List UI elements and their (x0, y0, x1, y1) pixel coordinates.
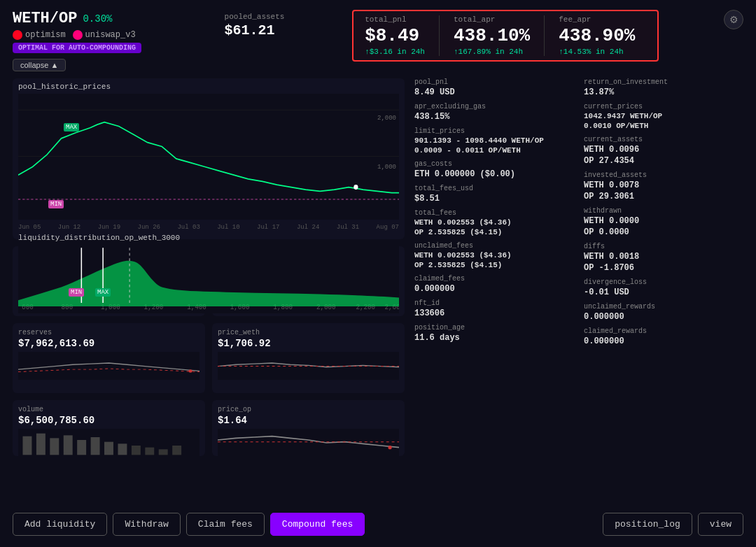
liq-max-label: MAX (95, 288, 111, 297)
fee-apr-value: 438.90% (559, 25, 635, 46)
nft-id-val: 133606 (414, 308, 574, 318)
withdrawn-val2: OP 0.0000 (584, 227, 743, 237)
fee-apr-stat: fee_apr 438.90% ↑14.53% in 24h (545, 15, 649, 56)
current-assets-key: current_assets (584, 136, 743, 143)
protocol-label: uniswap_v3 (85, 30, 136, 40)
data-column-2: return_on_investment 13.87% current_pric… (584, 78, 743, 502)
min-price-label: MIN (48, 200, 64, 208)
total-pnl-label: total_pnl (365, 15, 425, 24)
apr-excl-gas-item: apr_excluding_gas 438.15% (414, 103, 574, 122)
invested-assets-val2: OP 29.3061 (584, 192, 743, 201)
content-area: pool_historic_prices 2,000 1,000 MAX MIN (13, 78, 743, 502)
claimed-fees-val: 0.000000 (414, 284, 574, 294)
add-liquidity-button[interactable]: Add liquidity (13, 513, 107, 536)
chart-dates: Jun 05Jun 12Jun 19Jun 26 Jul 03Jul 10Jul… (18, 224, 399, 231)
volume-value: $6,500,785.60 (18, 415, 200, 426)
price-weth-chart: price_weth $1,706.92 (212, 323, 405, 393)
svg-rect-24 (18, 352, 200, 380)
gas-costs-item: gas_costs ETH 0.000000 ($0.00) (414, 160, 574, 179)
unclaimed-rewards-val: 0.000000 (584, 312, 743, 322)
reserves-value: $7,962,613.69 (18, 338, 200, 349)
svg-point-25 (188, 369, 192, 373)
pooled-assets-label: pooled_assets (225, 13, 295, 21)
withdrawn-key: withdrawn (584, 207, 743, 215)
withdraw-button[interactable]: Withdraw (113, 513, 180, 536)
pooled-assets-value: $61.21 (225, 22, 295, 38)
header: WETH/OP 0.30% optimism uniswap_v3 OPTIMA… (13, 10, 743, 71)
bottom-left-buttons: Add liquidity Withdraw Claim fees Compou… (13, 513, 365, 536)
chain-label: optimism (25, 30, 66, 40)
limit-prices-item: limit_prices 901.1393 - 1098.4440 WETH/O… (414, 127, 574, 155)
claimed-rewards-item: claimed_rewards 0.000000 (584, 327, 743, 346)
limit-prices-key: limit_prices (414, 127, 574, 135)
highlighted-stats: total_pnl $8.49 ↑$3.16 in 24h total_apr … (352, 10, 659, 62)
collapse-button[interactable]: collapse ▲ (13, 59, 66, 71)
pool-pnl-key: pool_pnl (414, 78, 574, 86)
svg-rect-33 (77, 440, 86, 455)
price-weth-svg (218, 352, 399, 380)
claim-fees-button[interactable]: Claim fees (186, 513, 265, 536)
volume-label: volume (18, 406, 200, 413)
volume-svg (18, 429, 200, 457)
reserves-svg (18, 352, 200, 380)
uniswap-dot-icon (73, 30, 83, 40)
data-column-1: pool_pnl 8.49 USD apr_excluding_gas 438.… (414, 78, 574, 502)
invested-assets-key: invested_assets (584, 171, 743, 179)
total-fees-val1: WETH 0.002553 ($4.36) (414, 218, 574, 227)
view-button[interactable]: view (698, 513, 743, 536)
roi-val: 13.87% (584, 87, 743, 97)
compound-fees-button[interactable]: Compound fees (270, 513, 365, 536)
claimed-fees-key: claimed_fees (414, 275, 574, 283)
claimed-rewards-val: 0.000000 (584, 336, 743, 346)
optimism-badge: optimism (13, 30, 66, 40)
divergence-loss-val: -0.01 USD (584, 287, 743, 297)
optimal-badge: OPTIMAL FOR AUTO-COMPOUNDING (13, 43, 141, 53)
total-fees-key: total_fees (414, 209, 574, 217)
svg-point-43 (388, 446, 391, 449)
total-fees-usd-val: $8.51 (414, 194, 574, 204)
total-pnl-value: $8.49 (365, 25, 425, 46)
price-op-chart: price_op $1.64 (212, 400, 405, 456)
svg-rect-35 (104, 442, 113, 455)
total-fees-val2: OP 2.535825 ($4.15) (414, 228, 574, 236)
invested-assets-val1: WETH 0.0078 (584, 180, 743, 190)
bottom-right-buttons: position_log view (603, 513, 743, 536)
price-op-label: price_op (218, 406, 399, 413)
liquidity-chart-title: liquidity_distribution_op_weth_3000 (18, 234, 399, 242)
price-chart-section: pool_historic_prices 2,000 1,000 MAX MIN (13, 78, 405, 239)
roi-key: return_on_investment (584, 78, 743, 86)
settings-button[interactable]: ⚙ (724, 10, 743, 29)
svg-rect-32 (64, 435, 73, 455)
svg-rect-37 (132, 446, 141, 455)
chain-info: optimism uniswap_v3 (13, 30, 167, 40)
nft-id-item: nft_id 133606 (414, 299, 574, 318)
diffs-item: diffs WETH 0.0018 OP -1.8706 (584, 243, 743, 273)
unclaimed-fees-val1: WETH 0.002553 ($4.36) (414, 251, 574, 260)
svg-rect-36 (118, 443, 127, 455)
unclaimed-rewards-item: unclaimed_rewards 0.000000 (584, 303, 743, 322)
claimed-fees-item: claimed_fees 0.000000 (414, 275, 574, 294)
position-log-button[interactable]: position_log (603, 513, 692, 536)
withdrawn-item: withdrawn WETH 0.0000 OP 0.0000 (584, 207, 743, 237)
max-price-label: MAX (64, 123, 79, 132)
svg-rect-0 (18, 94, 399, 220)
current-assets-val1: WETH 0.0096 (584, 145, 743, 155)
unclaimed-fees-key: unclaimed_fees (414, 242, 574, 250)
total-pnl-change: ↑$3.16 in 24h (365, 48, 425, 56)
limit-prices-val: 901.1393 - 1098.4440 WETH/OP (414, 136, 574, 145)
apr-excl-gas-key: apr_excluding_gas (414, 103, 574, 111)
current-prices-val2: 0.0010 OP/WETH (584, 122, 743, 130)
diffs-val1: WETH 0.0018 (584, 252, 743, 262)
withdrawn-val1: WETH 0.0000 (584, 216, 743, 226)
pair-fee: 0.30% (83, 13, 112, 24)
svg-point-5 (354, 185, 358, 190)
total-fees-usd-item: total_fees_usd $8.51 (414, 185, 574, 204)
unclaimed-rewards-key: unclaimed_rewards (584, 303, 743, 311)
divergence-loss-key: divergence_loss (584, 278, 743, 286)
reserves-label: reserves (18, 329, 200, 336)
svg-rect-34 (91, 437, 100, 455)
total-apr-change: ↑167.89% in 24h (454, 48, 530, 56)
price-op-svg (218, 429, 399, 457)
invested-assets-item: invested_assets WETH 0.0078 OP 29.3061 (584, 171, 743, 201)
current-prices-item: current_prices 1042.9437 WETH/OP 0.0010 … (584, 103, 743, 130)
